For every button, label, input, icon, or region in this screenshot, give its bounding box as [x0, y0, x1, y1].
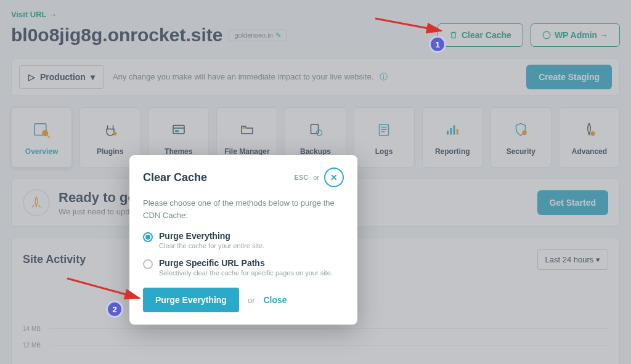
clear-cache-modal: Clear Cache ESC or ✕ Please choose one o… — [129, 155, 357, 325]
close-icon: ✕ — [330, 172, 338, 182]
modal-title: Clear Cache — [143, 171, 207, 184]
modal-description: Please choose one of the methods below t… — [143, 197, 344, 221]
radio-purge-everything[interactable]: Purge Everything Clear the cache for you… — [143, 231, 344, 249]
radio-selected-icon — [143, 232, 153, 242]
modal-close-button[interactable]: ✕ — [324, 168, 344, 187]
close-link[interactable]: Close — [263, 295, 287, 305]
radio-purge-specific[interactable]: Purge Specific URL Paths Selectively cle… — [143, 258, 344, 277]
purge-everything-button[interactable]: Purge Everything — [143, 288, 239, 312]
annotation-badge-1: 1 — [429, 36, 446, 53]
annotation-badge-2: 2 — [106, 301, 123, 318]
radio-unselected-icon — [143, 259, 153, 269]
